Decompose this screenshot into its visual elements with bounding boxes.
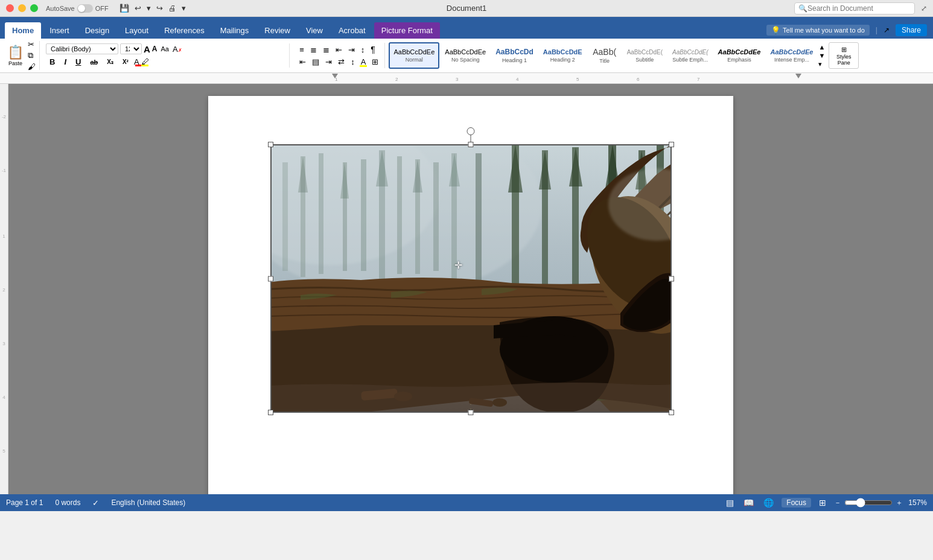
multilevel-button[interactable]: ≣ [320, 45, 332, 55]
handle-bottom-left[interactable] [268, 410, 273, 415]
page-scroll-area[interactable]: ✛ [8, 84, 933, 494]
undo-dropdown[interactable]: ▾ [145, 3, 153, 13]
view-print-icon[interactable]: ⊞ [817, 497, 828, 508]
word-count: 0 words [55, 498, 80, 507]
bullets-button[interactable]: ≡ [297, 45, 307, 55]
view-reader-icon[interactable]: 📖 [742, 497, 756, 508]
search-box[interactable]: 🔍 [794, 2, 915, 14]
handle-top-right[interactable] [669, 142, 674, 147]
style-normal[interactable]: AaBbCcDdEe Normal [389, 42, 439, 69]
zoom-slider[interactable] [844, 498, 893, 508]
spelling-check-icon[interactable]: ✓ [92, 498, 99, 508]
tab-insert[interactable]: Insert [42, 22, 77, 39]
tab-view[interactable]: View [299, 22, 330, 39]
shading-button[interactable]: A [358, 57, 369, 67]
style-intense-emphasis[interactable]: AaBbCcDdEe Intense Emp... [766, 42, 817, 69]
right-indent-marker[interactable] [795, 74, 801, 78]
style-no-spacing[interactable]: AaBbCcDdEe No Spacing [441, 42, 490, 69]
maximize-button[interactable] [30, 4, 38, 12]
style-heading2[interactable]: AaBbCcDdE Heading 2 [539, 42, 587, 69]
copy-button[interactable]: ⧉ [28, 51, 36, 60]
share-button[interactable]: Share [896, 24, 927, 36]
customize-icon[interactable]: ▾ [180, 3, 188, 13]
align-justify-button[interactable]: ⇄ [336, 57, 347, 67]
zoom-out-button[interactable]: － [834, 498, 841, 508]
highlight-button[interactable]: 🖊 [141, 57, 149, 66]
save-icon[interactable]: 💾 [118, 3, 131, 13]
tab-references[interactable]: References [157, 22, 211, 39]
handle-middle-right[interactable] [669, 276, 674, 281]
align-right-button[interactable]: ⇥ [323, 57, 334, 67]
handle-top-middle[interactable] [468, 142, 474, 147]
line-spacing-button[interactable]: ↕ [348, 57, 357, 67]
margin-num1: 1 [2, 234, 5, 239]
styles-expand[interactable]: ▾ [818, 60, 825, 68]
page-count: Page 1 of 1 [6, 498, 43, 507]
focus-button[interactable]: Focus [782, 498, 811, 508]
sort-button[interactable]: ↕ [358, 45, 368, 55]
underline-button[interactable]: U [72, 56, 84, 68]
superscript-button[interactable]: X² [119, 57, 132, 66]
tell-me-box[interactable]: 💡 Tell me what you want to do [766, 25, 870, 36]
clear-format-button[interactable]: A✗ [173, 45, 182, 54]
margin-num-2: -2 [2, 114, 6, 119]
numbering-button[interactable]: ≣ [308, 45, 319, 55]
handle-top-left[interactable] [268, 142, 273, 147]
styles-scroll-up[interactable]: ▲ [818, 43, 825, 51]
bold-button[interactable]: B [46, 56, 59, 68]
styles-pane-button[interactable]: ⊞ StylesPane [829, 42, 859, 69]
decrease-font-button[interactable]: A [152, 45, 158, 53]
minimize-button[interactable] [18, 4, 26, 12]
rotation-handle[interactable] [467, 127, 475, 135]
subscript-button[interactable]: X₂ [103, 57, 117, 66]
tab-layout[interactable]: Layout [118, 22, 156, 39]
style-title[interactable]: AaBb( Title [588, 42, 622, 69]
redo-button[interactable]: ↪ [154, 3, 165, 13]
left-indent-marker[interactable] [332, 74, 338, 78]
document-image[interactable]: ✛ [270, 144, 672, 413]
tab-review[interactable]: Review [257, 22, 298, 39]
image-container[interactable]: ✛ [270, 144, 672, 413]
handle-bottom-right[interactable] [669, 410, 674, 415]
increase-font-button[interactable]: A [144, 44, 150, 54]
zoom-in-button[interactable]: ＋ [896, 498, 903, 508]
tab-home[interactable]: Home [5, 22, 41, 39]
style-emphasis[interactable]: AaBbCcDdEe Emphasis [714, 42, 765, 69]
zoom-level[interactable]: 157% [906, 498, 927, 507]
autosave-toggle[interactable] [77, 4, 93, 13]
increase-indent-button[interactable]: ⇥ [346, 45, 357, 55]
strikethrough-button[interactable]: ab [86, 57, 101, 67]
format-painter-button[interactable]: 🖌 [28, 62, 36, 71]
font-size-select[interactable]: 12 [120, 43, 142, 54]
align-center-button[interactable]: ▤ [310, 57, 322, 67]
styles-scroll-down[interactable]: ▼ [818, 52, 825, 59]
expand-icon[interactable]: ⤢ [921, 4, 927, 13]
italic-button[interactable]: I [60, 56, 70, 68]
paste-button[interactable]: 📋 Paste [7, 45, 24, 66]
handle-middle-left[interactable] [268, 276, 273, 281]
tab-design[interactable]: Design [78, 22, 116, 39]
decrease-indent-button[interactable]: ⇤ [333, 45, 345, 55]
undo-button[interactable]: ↩ [133, 3, 143, 13]
align-left-button[interactable]: ⇤ [297, 57, 308, 67]
ruler-mark-2: 3 [456, 77, 458, 82]
change-case-button[interactable]: Aa [159, 45, 171, 53]
font-color-button[interactable]: A [134, 57, 139, 66]
close-button[interactable] [6, 4, 14, 12]
view-normal-icon[interactable]: ▤ [724, 497, 736, 508]
style-subtitle[interactable]: AaBbCcDdE( Subtitle [623, 42, 667, 69]
tab-mailings[interactable]: Mailings [213, 22, 256, 39]
font-family-select[interactable]: Calibri (Body) [46, 43, 118, 54]
cut-button[interactable]: ✂ [28, 40, 36, 49]
tab-picture-format[interactable]: Picture Format [374, 22, 440, 39]
print-icon[interactable]: 🖨 [167, 3, 178, 13]
show-marks-button[interactable]: ¶ [368, 44, 378, 55]
view-web-icon[interactable]: 🌐 [762, 497, 775, 508]
borders-button[interactable]: ⊞ [369, 57, 381, 67]
window-controls[interactable]: AutoSave OFF 💾 ↩ ▾ ↪ 🖨 ▾ [6, 3, 188, 13]
search-input[interactable] [807, 4, 904, 13]
style-heading1[interactable]: AaBbCcDd Heading 1 [491, 42, 538, 69]
tab-acrobat[interactable]: Acrobat [331, 22, 373, 39]
handle-bottom-middle[interactable] [468, 410, 474, 415]
style-subtle-emphasis[interactable]: AaBbCcDdE( Subtle Emph... [668, 42, 712, 69]
